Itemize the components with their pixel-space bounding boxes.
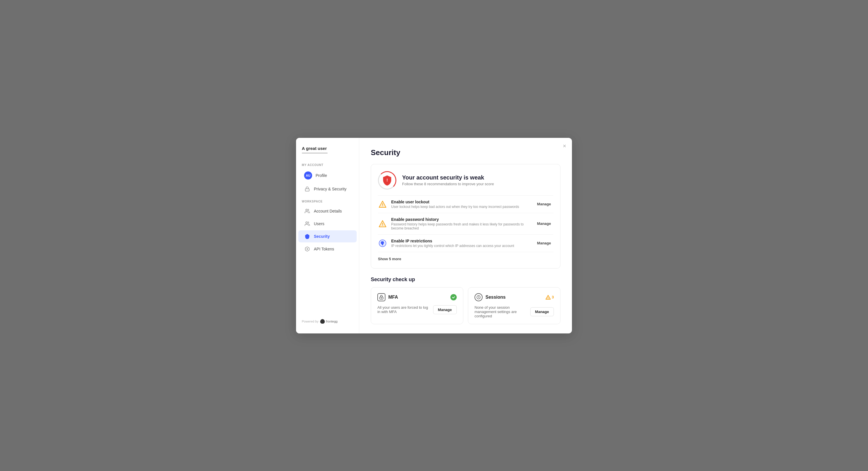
mfa-manage-button[interactable]: Manage (433, 305, 457, 314)
rec-title-2: Enable IP restrictions (391, 239, 531, 243)
rec-title-1: Enable password history (391, 217, 531, 222)
mfa-card-header: MFA (377, 293, 457, 301)
alert-title: Your account security is weak (402, 174, 494, 181)
sidebar-item-privacy-security[interactable]: Privacy & Security (298, 183, 357, 195)
svg-point-3 (307, 248, 308, 249)
close-button[interactable]: × (563, 143, 566, 149)
warning-icon-1: ! (378, 219, 387, 228)
api-tokens-icon (304, 246, 310, 252)
security-score-circle: ! (378, 171, 396, 190)
frontegg-logo: frontegg (320, 319, 337, 324)
rec-text-2: Enable IP restrictions IP restrictions l… (391, 239, 531, 248)
mfa-card-title: MFA (388, 295, 398, 300)
rec-row-0: ! Enable user lockout User lockout helps… (378, 195, 553, 213)
sessions-card-header: Sessions ! 3 (474, 293, 554, 301)
frontegg-egg-icon (320, 319, 325, 324)
sessions-status-badge: ! 3 (546, 295, 554, 300)
bulb-icon (378, 239, 387, 248)
alert-header: ! Your account security is weak Follow t… (378, 171, 553, 190)
rec-desc-2: IP restrictions let you tightly control … (391, 244, 531, 248)
shield-active-icon (304, 233, 310, 239)
sidebar-item-users[interactable]: Users (298, 218, 357, 230)
sessions-title-row: Sessions (474, 293, 505, 301)
sidebar-item-account-details[interactable]: Account Details (298, 205, 357, 217)
sidebar-item-security[interactable]: Security (298, 230, 357, 242)
sessions-card-body: None of your session management settings… (474, 305, 554, 318)
sessions-manage-button[interactable]: Manage (530, 307, 554, 316)
sidebar-item-label-users: Users (314, 222, 324, 226)
svg-text:!: ! (386, 178, 388, 182)
users-icon (304, 221, 310, 227)
account-details-icon (304, 208, 310, 214)
page-title: Security (371, 148, 560, 157)
sidebar-footer: Powered by frontegg (296, 315, 359, 328)
sidebar-username: A great user (302, 146, 353, 151)
modal-overlay: A great user MY ACCOUNT AU Profile Priva… (0, 0, 868, 471)
manage-btn-lockout[interactable]: Manage (535, 201, 553, 207)
sessions-card-title: Sessions (486, 295, 505, 300)
sidebar-item-profile[interactable]: AU Profile (298, 169, 357, 182)
sidebar-item-label-account: Account Details (314, 209, 342, 213)
sidebar-item-label-api: API Tokens (314, 247, 334, 251)
svg-point-2 (306, 222, 308, 224)
rec-text-0: Enable user lockout User lockout helps k… (391, 200, 531, 209)
sessions-card: Sessions ! 3 (468, 287, 560, 324)
mfa-card-body: All your users are forced to log in with… (377, 305, 457, 314)
frontegg-brand-label: frontegg (326, 319, 337, 323)
checkup-section-title: Security check up (371, 276, 560, 282)
alert-text: Your account security is weak Follow the… (402, 174, 494, 186)
show-more-section: Show 5 more (378, 252, 553, 261)
sidebar-item-api-tokens[interactable]: API Tokens (298, 243, 357, 255)
my-account-label: MY ACCOUNT (296, 159, 359, 168)
rec-text-1: Enable password history Password history… (391, 217, 531, 230)
sessions-warning-count: 3 (552, 295, 554, 299)
manage-btn-ip[interactable]: Manage (535, 240, 553, 246)
svg-text:!: ! (382, 222, 383, 227)
svg-point-14 (381, 298, 382, 298)
powered-by-label: Powered by (302, 319, 318, 323)
mfa-title-row: MFA (377, 293, 398, 301)
svg-point-1 (306, 209, 308, 211)
rec-desc-0: User lockout helps keep bad actors out w… (391, 205, 531, 209)
checkup-grid: MFA All your users are forced to log in … (371, 287, 560, 324)
rec-row-1: ! Enable password history Password histo… (378, 213, 553, 234)
show-more-button[interactable]: Show 5 more (378, 257, 401, 261)
sessions-icon (474, 293, 483, 301)
security-checkup-section: Security check up (371, 276, 560, 324)
svg-text:!: ! (548, 296, 548, 299)
mfa-status-badge (451, 294, 457, 300)
lock-icon (304, 186, 310, 192)
security-alert-card: ! Your account security is weak Follow t… (371, 164, 560, 269)
warning-icon-0: ! (378, 200, 387, 209)
sidebar: A great user MY ACCOUNT AU Profile Priva… (296, 138, 359, 333)
rec-desc-1: Password history helps keep passwords fr… (391, 222, 531, 230)
mfa-icon (377, 293, 385, 301)
workspace-label: WORKSPACE (296, 195, 359, 205)
manage-btn-password[interactable]: Manage (535, 220, 553, 227)
sidebar-item-label-privacy: Privacy & Security (314, 187, 347, 191)
mfa-desc: All your users are forced to log in with… (377, 305, 430, 314)
sidebar-user-section: A great user (296, 146, 359, 159)
sidebar-divider (302, 153, 328, 154)
svg-text:!: ! (382, 202, 383, 207)
shield-warning-icon: ! (382, 175, 392, 186)
rec-row-2: Enable IP restrictions IP restrictions l… (378, 234, 553, 252)
rec-title-0: Enable user lockout (391, 200, 531, 204)
svg-rect-0 (305, 189, 309, 191)
modal: A great user MY ACCOUNT AU Profile Priva… (296, 138, 572, 333)
sidebar-item-label-profile: Profile (316, 173, 327, 178)
sidebar-item-label-security: Security (314, 234, 330, 239)
main-content: × Security ! Your account security is we… (359, 138, 572, 333)
alert-subtitle: Follow these 8 recommendations to improv… (402, 182, 494, 186)
sessions-desc: None of your session management settings… (474, 305, 527, 318)
mfa-card: MFA All your users are forced to log in … (371, 287, 463, 324)
avatar-icon: AU (304, 171, 312, 179)
